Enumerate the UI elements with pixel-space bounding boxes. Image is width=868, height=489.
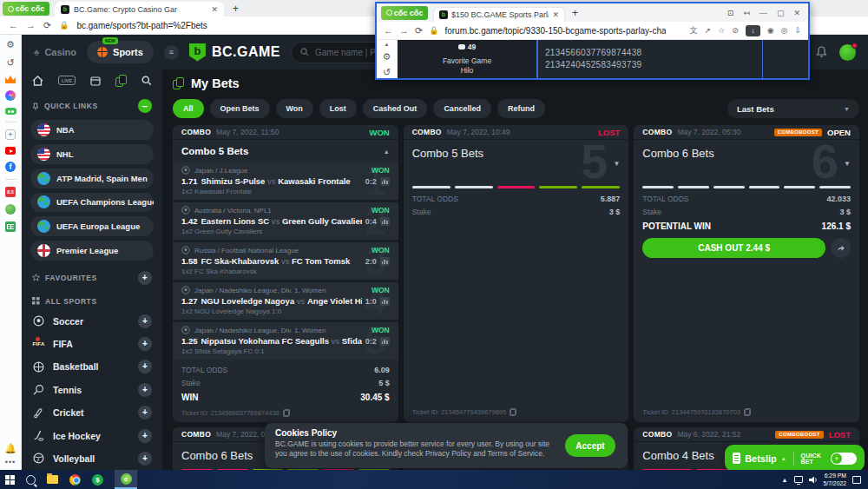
add-favourite-button[interactable]: + xyxy=(138,271,152,285)
add-sport-button[interactable]: + xyxy=(138,337,152,351)
file-explorer-icon[interactable] xyxy=(47,475,58,484)
filter-won[interactable]: Won xyxy=(276,99,313,118)
sidebar-item-nhl[interactable]: NHL xyxy=(30,144,154,164)
maximize-icon[interactable]: ▢ xyxy=(777,9,785,17)
ticket-number[interactable]: 2134240452583493739 xyxy=(545,59,808,71)
filter-refund[interactable]: Refund xyxy=(497,99,545,118)
facebook-icon[interactable]: f xyxy=(5,162,16,172)
translate-icon[interactable]: 文 xyxy=(690,25,698,36)
downloads-tray-icon[interactable]: ⇩ xyxy=(794,26,801,35)
taskbar-clock[interactable]: 6:29 PM 5/7/2022 xyxy=(824,472,846,487)
pin-window-icon[interactable]: ↤ xyxy=(743,9,750,17)
share-button[interactable] xyxy=(831,238,851,258)
youtube-icon[interactable] xyxy=(5,147,16,155)
network-icon[interactable] xyxy=(794,476,803,483)
menu-button[interactable]: ≡ xyxy=(164,45,179,60)
sidebar-item-atp-madrid[interactable]: ATP Madrid, Spain Men xyxy=(30,169,154,188)
tray-expand-icon[interactable]: ▲ xyxy=(782,477,788,483)
sort-dropdown[interactable]: Last Bets▼ xyxy=(727,99,859,118)
accept-cookies-button[interactable]: Accept xyxy=(565,434,615,457)
avatar[interactable] xyxy=(839,44,856,61)
sidebar-item-cricket[interactable]: Cricket+ xyxy=(22,401,162,424)
my-bets-icon[interactable] xyxy=(115,75,127,87)
add-sport-button[interactable]: + xyxy=(138,314,152,328)
history-icon[interactable]: ↺ xyxy=(6,57,14,69)
sidebar-item-uefa-champions[interactable]: UEFA Champions League xyxy=(30,193,154,213)
new-tab-button[interactable]: + xyxy=(572,7,578,19)
search-events-icon[interactable] xyxy=(141,76,152,86)
browser-tab[interactable]: b BC.Game: Crypto Casino Gar ✕ xyxy=(55,2,224,17)
quick-bet-toggle[interactable]: + xyxy=(831,453,857,465)
reload-icon[interactable]: ⟳ xyxy=(415,25,423,36)
ticket-number[interactable]: 2134566037769874438 xyxy=(545,47,808,59)
spreadsheet-icon[interactable] xyxy=(5,221,16,232)
chrome-icon[interactable] xyxy=(69,474,81,486)
home-icon[interactable] xyxy=(32,76,43,86)
collapse-quick-links-button[interactable]: – xyxy=(138,99,152,113)
coccoc-logo-button[interactable]: cốc cốc xyxy=(381,6,428,20)
red-app-icon[interactable]: B.S xyxy=(5,187,16,197)
add-sport-button[interactable]: + xyxy=(138,429,152,443)
filter-lost[interactable]: Lost xyxy=(319,99,357,118)
favourites-header[interactable]: FAVOURITES + xyxy=(22,263,162,289)
coccoc-taskbar-icon[interactable]: c xyxy=(115,470,137,489)
start-button-icon[interactable] xyxy=(5,475,15,485)
green-app-icon[interactable] xyxy=(5,204,16,215)
settings-icon[interactable]: ⚙ xyxy=(6,39,15,50)
nav-sports[interactable]: NEWSports xyxy=(87,41,154,63)
share-icon[interactable]: ↗ xyxy=(705,26,712,35)
minimize-icon[interactable]: — xyxy=(760,9,767,17)
speaker-icon[interactable] xyxy=(809,476,818,484)
gamepad-icon[interactable] xyxy=(5,108,16,115)
close-icon[interactable]: ✕ xyxy=(793,9,800,17)
add-sport-button[interactable]: + xyxy=(138,406,152,420)
add-shortcut-icon[interactable]: + xyxy=(5,129,16,140)
more-icon[interactable]: ••• xyxy=(5,458,16,466)
sidebar-item-nba[interactable]: NBA xyxy=(30,120,154,140)
live-icon[interactable]: LIVE xyxy=(58,76,76,85)
notifications-bell-icon[interactable] xyxy=(816,46,827,58)
filter-open-bets[interactable]: Open Bets xyxy=(210,99,270,118)
cash-out-button[interactable]: CASH OUT 2.44 $ xyxy=(642,238,825,258)
history-icon[interactable]: ↺ xyxy=(383,67,391,78)
filter-cashed-out[interactable]: Cashed Out xyxy=(363,99,428,118)
finance-app-icon[interactable]: $ xyxy=(92,474,103,486)
tab-close-icon[interactable]: ✕ xyxy=(211,5,218,14)
taskbar-search-icon[interactable] xyxy=(26,475,36,485)
scroll-up-icon[interactable]: ▲ xyxy=(385,42,390,47)
coccoc-logo-button[interactable]: cốc cốc xyxy=(3,2,49,16)
tab-search-icon[interactable]: ⊡ xyxy=(727,9,734,17)
filter-cancelled[interactable]: Cancelled xyxy=(433,99,491,118)
sidebar-item-volleyball[interactable]: Volleyball+ xyxy=(22,447,162,470)
copy-icon[interactable] xyxy=(283,409,290,417)
chevron-down-icon[interactable]: ▼ xyxy=(844,160,851,168)
url-text[interactable]: forum.bc.game/topic/9330-150-bcgame-spor… xyxy=(444,26,666,36)
sidebar-item-fifa[interactable]: FIFA FIFA+ xyxy=(22,333,162,355)
profile-icon[interactable]: ◎ xyxy=(781,26,788,35)
back-icon[interactable]: ← xyxy=(384,25,393,36)
tab-close-icon[interactable]: ✕ xyxy=(552,10,559,19)
add-sport-button[interactable]: + xyxy=(138,360,152,373)
forward-icon[interactable]: → xyxy=(26,20,36,30)
action-center-icon[interactable] xyxy=(852,476,861,484)
back-icon[interactable]: ← xyxy=(9,20,18,30)
reload-icon[interactable]: ⟳ xyxy=(43,20,51,31)
combo-title-row[interactable]: Combo 5 Bets▲ xyxy=(173,140,398,162)
copy-icon[interactable] xyxy=(744,408,751,416)
sidebar-item-tennis[interactable]: Tennis+ xyxy=(22,379,162,401)
sidebar-item-basketball[interactable]: Basketball+ xyxy=(22,355,162,378)
chevron-down-icon[interactable]: ▼ xyxy=(613,160,620,168)
betslip-button[interactable]: Betslip ▲ QUICK BET + xyxy=(725,445,865,472)
crown-icon[interactable] xyxy=(5,76,16,83)
filter-all[interactable]: All xyxy=(173,99,204,118)
all-sports-header[interactable]: ALL SPORTS xyxy=(22,289,162,310)
add-sport-button[interactable]: + xyxy=(138,452,152,466)
settings-icon[interactable]: ⚙ xyxy=(383,51,391,63)
nav-casino[interactable]: ♠Casino xyxy=(34,46,76,58)
overlay-tab[interactable]: b $150 BC.GAME Sports Parlay ✕ xyxy=(433,7,565,22)
sidebar-item-ice-hockey[interactable]: Ice Hockey+ xyxy=(22,424,162,446)
new-tab-button[interactable]: + xyxy=(233,3,239,15)
download-button-icon[interactable]: ↓ xyxy=(746,25,760,36)
copy-icon[interactable] xyxy=(510,408,516,416)
extension-icon[interactable]: ◉ xyxy=(767,26,774,35)
